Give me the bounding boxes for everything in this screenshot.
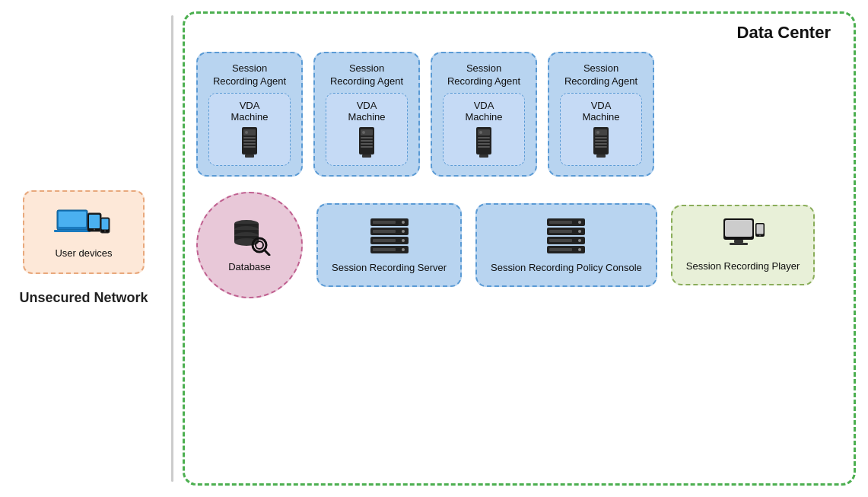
session-recording-policy-console-box: Session Recording Policy Console <box>475 203 657 287</box>
agent-box-4: SessionRecording Agent VDAMachine <box>548 52 654 177</box>
bottom-row: Database Session Recording Server <box>196 192 842 298</box>
agent-box-2: SessionRecording Agent VDAMachine <box>313 52 420 177</box>
svg-rect-38 <box>595 146 607 148</box>
agent-1-inner: VDAMachine <box>208 93 291 166</box>
svg-rect-20 <box>361 140 373 142</box>
tower-icon-4 <box>587 126 615 159</box>
svg-rect-76 <box>725 220 752 237</box>
agent-4-inner: VDAMachine <box>560 93 642 166</box>
session-recording-server-box: Session Recording Server <box>316 203 462 287</box>
agent-box-1: SessionRecording Agent VDAMachine <box>196 52 303 177</box>
svg-rect-24 <box>362 155 371 158</box>
tower-icon-2 <box>353 126 380 159</box>
player-icon <box>720 217 766 253</box>
svg-point-53 <box>402 221 405 224</box>
svg-rect-77 <box>734 240 743 243</box>
svg-point-31 <box>479 131 482 134</box>
vertical-divider <box>171 15 173 482</box>
tower-icon-3 <box>470 126 498 159</box>
left-panel: User devices Unsecured Network <box>0 0 167 497</box>
svg-rect-73 <box>549 248 572 251</box>
data-center-title: Data Center <box>737 23 831 43</box>
database-icon <box>227 216 272 256</box>
svg-rect-19 <box>361 137 373 139</box>
svg-point-8 <box>104 230 106 231</box>
svg-point-50 <box>256 241 263 249</box>
session-recording-policy-console-label: Session Recording Policy Console <box>491 261 642 275</box>
svg-rect-37 <box>595 143 607 145</box>
agent-3-label: SessionRecording Agent <box>447 62 520 88</box>
svg-rect-4 <box>89 215 100 228</box>
svg-rect-27 <box>478 137 490 139</box>
svg-rect-58 <box>373 239 396 242</box>
session-recording-server-label: Session Recording Server <box>332 261 447 275</box>
policy-console-icon <box>543 215 589 255</box>
database-box: Database <box>196 192 303 298</box>
svg-rect-67 <box>549 230 572 233</box>
svg-rect-55 <box>373 230 396 233</box>
svg-rect-64 <box>549 221 572 224</box>
svg-point-5 <box>94 228 95 230</box>
svg-rect-22 <box>361 146 373 148</box>
user-devices-label: User devices <box>55 247 112 260</box>
svg-rect-11 <box>243 137 256 139</box>
svg-rect-70 <box>549 239 572 242</box>
svg-point-15 <box>245 131 248 134</box>
agent-4-label: SessionRecording Agent <box>564 62 637 88</box>
data-center-area: Data Center SessionRecording Agent VDAMa… <box>183 11 856 486</box>
svg-rect-16 <box>245 155 254 158</box>
svg-point-62 <box>402 248 405 251</box>
svg-rect-30 <box>478 146 490 148</box>
svg-rect-40 <box>596 155 606 158</box>
svg-point-68 <box>578 230 581 233</box>
svg-line-49 <box>265 250 270 255</box>
agent-2-label: SessionRecording Agent <box>330 62 403 88</box>
svg-rect-35 <box>595 137 607 139</box>
session-recording-player-label: Session Recording Player <box>686 260 800 273</box>
unsecured-network-label: Unsecured Network <box>19 289 148 307</box>
user-devices-box: User devices <box>23 190 145 274</box>
svg-rect-14 <box>243 146 256 148</box>
svg-rect-32 <box>479 155 488 158</box>
svg-rect-1 <box>59 212 86 227</box>
agent-box-3: SessionRecording Agent VDAMachine <box>431 52 537 177</box>
svg-point-56 <box>402 230 405 233</box>
user-devices-icon <box>53 204 114 242</box>
svg-point-81 <box>759 234 761 236</box>
database-label: Database <box>228 260 271 274</box>
svg-rect-7 <box>102 218 109 229</box>
agents-row: SessionRecording Agent VDAMachine Sessio… <box>196 52 842 177</box>
agent-3-inner: VDAMachine <box>443 93 525 166</box>
agent-2-inner: VDAMachine <box>326 93 408 166</box>
svg-rect-78 <box>730 243 748 245</box>
svg-point-23 <box>362 131 365 134</box>
svg-point-39 <box>596 131 599 134</box>
session-recording-player-box: Session Recording Player <box>671 205 816 285</box>
svg-rect-13 <box>243 143 256 145</box>
svg-point-74 <box>578 248 581 251</box>
svg-rect-52 <box>373 221 396 224</box>
svg-point-65 <box>578 221 581 224</box>
server-icon <box>367 215 412 255</box>
svg-rect-61 <box>373 248 396 251</box>
svg-rect-80 <box>756 224 763 234</box>
svg-rect-2 <box>54 230 91 232</box>
svg-point-71 <box>578 239 581 242</box>
svg-rect-28 <box>478 140 490 142</box>
tower-icon-1 <box>236 126 263 159</box>
svg-rect-29 <box>478 143 490 145</box>
svg-rect-36 <box>595 140 607 142</box>
svg-point-59 <box>402 239 405 242</box>
svg-rect-21 <box>361 143 373 145</box>
agent-1-label: SessionRecording Agent <box>213 62 286 88</box>
svg-rect-12 <box>243 140 256 142</box>
